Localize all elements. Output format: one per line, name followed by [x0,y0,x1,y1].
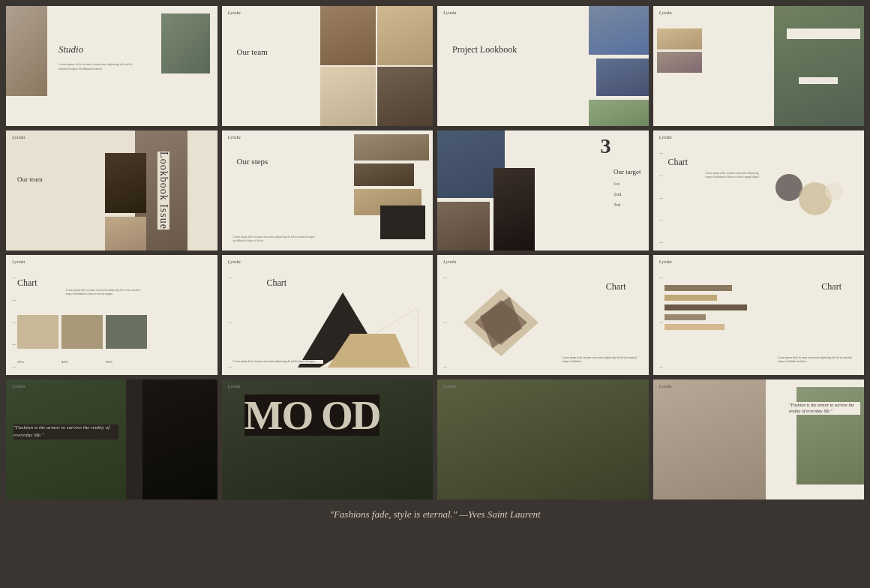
g-line-4 [12,344,16,345]
bar-label-3: 30% [106,360,147,364]
slide-quote-2: Lynda "Fashion is the armor to survive t… [653,380,865,500]
strategy-small-photos [657,28,702,73]
steps-dark-box [380,206,425,239]
slide-studio: Lynda Studio Lorem ipsum dolor sit amet … [6,6,218,126]
bar-1 [17,315,58,349]
chart-hlines-title: Chart [821,281,842,292]
lg-line-2 [659,322,663,323]
brand-logo-14: Lynda [228,383,241,389]
hline-5 [664,324,724,330]
lookbook-rotated-text: Lookbook Issue [158,152,170,230]
chart-bars-labels: 20% 40% 30% [17,360,147,364]
tg-line-2 [228,322,232,323]
target-title: Our target [614,168,641,176]
lookbook-photos [559,6,649,126]
hline-4 [664,314,706,320]
chart-grid-lines-11 [443,278,447,368]
lookbook-photo-bot [589,100,649,126]
chart-bars-area [17,315,147,349]
studio-photo-small [161,14,210,74]
chart-grid-lines-12 [659,278,663,368]
grid-line-5 [659,242,663,243]
chart-triangle-area [298,278,418,368]
slide-quote-1: Lynda "Fashion is the armor to survive t… [6,380,218,500]
chart-diamond-area [460,285,535,352]
brand-logo-12: Lynda [659,259,672,265]
dots-svg [759,158,849,232]
chart-diamond-title: Chart [606,281,626,292]
bottom-quote: "Fashions fade, style is eternal." —Yves… [329,508,540,528]
diamond-svg [460,285,542,360]
lg-line-1 [659,278,663,278]
steps-photos [354,134,429,215]
slide-project-lookbook: Lynda Project Lookbook [437,6,649,126]
svg-point-0 [776,174,802,201]
dg-line-1 [443,278,447,278]
quote-1-text: "Fashion is the armor to survive the rea… [14,424,118,440]
slide-our-team-1: Lynda Our team [222,6,434,126]
team-photo-4 [377,67,433,126]
slide-strategy: Lynda Strategy Planning Nº4 Creative Stu… [653,6,865,126]
quote-2-text: "Fashion is the armor to survive the rea… [789,402,860,415]
hline-3 [664,304,747,310]
team-photo-3 [320,67,376,126]
dg-line-3 [443,367,447,368]
hline-1 [664,285,732,291]
step-photo-1 [354,134,429,160]
team-lookbook-title: Our team [17,176,43,183]
g-line-5 [12,367,16,368]
tg-line-3 [228,367,232,368]
slide-photo-dark: Lynda [437,380,649,500]
our-team-title-1: Our team [237,47,268,56]
steps-desc: Lorem ipsum dolor sit amet consectetur a… [233,236,323,244]
team-photo-c [105,217,146,250]
chart-bars-desc: Lorem ipsum dolor sit amet consectetur a… [66,289,141,297]
target-list: 1st2nd3rd [614,178,641,210]
chart-dots-area [759,158,849,236]
team-lookbook-photos [105,130,188,250]
chart-bars-title: Chart [17,278,38,289]
chart-triangle-desc: Lorem ipsum dolor sit amet consectetur a… [233,360,323,364]
step-photo-2 [354,164,414,186]
chart-hlines-desc: Lorem ipsum dolor sit amet consectetur a… [778,356,853,364]
team-photo-2 [377,6,433,65]
our-team-photos [320,6,433,126]
strategy-photo-1 [657,28,702,50]
target-photo-2 [437,202,490,250]
slide-chart-diamond: Lynda Chart Lorem ipsum dolor sit amet c… [437,255,649,375]
lookbook-title: Project Lookbook [452,44,517,56]
brand-logo-3: Lynda [443,10,456,16]
grid-line-3 [659,198,663,199]
studio-desc: Lorem ipsum dolor sit amet consectetur a… [58,62,134,70]
brand-logo-6: Lynda [228,134,241,140]
mood-big-text: MO OD [244,394,380,436]
target-right-content: Our target 1st2nd3rd [614,168,641,210]
g-line-3 [12,322,16,323]
lookbook-photo-mid [596,58,649,96]
lg-line-3 [659,367,663,368]
brand-logo-9: Lynda [12,259,25,265]
slide-mood: Lynda MO OD [222,380,434,500]
target-photo-3 [494,168,535,250]
bar-label-2: 40% [62,360,103,364]
brand-logo-10: Lynda [228,259,241,265]
slide-our-target: Lynda 3 Our target 1st2nd3rd [437,130,649,250]
target-photos [437,130,535,250]
chart-hlines-area [664,285,747,334]
studio-title: Studio [58,44,83,56]
brand-logo-15: Lynda [443,383,456,389]
slide-our-steps: Lynda Our steps Lorem ipsum dolor sit am… [222,130,434,250]
studio-photo-main [6,6,47,96]
brand-logo-8: Lynda [659,134,672,140]
target-big-number: 3 [601,134,611,158]
quote2-photo-left [653,380,766,500]
grid-line-1 [659,153,663,154]
slide-chart-hlines: Lynda Chart Lorem ipsum dolor sit amet c… [653,255,865,375]
slide-chart-triangle: Lynda Chart Lorem ipsum dolor sit amet c… [222,255,434,375]
chart-dots-title: Chart [668,157,688,168]
brand-logo-16: Lynda [659,383,672,389]
grid-line-4 [659,220,663,220]
brand-logo-11: Lynda [443,259,456,265]
brand-logo-13: Lynda [12,383,25,389]
brand-logo-2: Lynda [228,10,241,16]
